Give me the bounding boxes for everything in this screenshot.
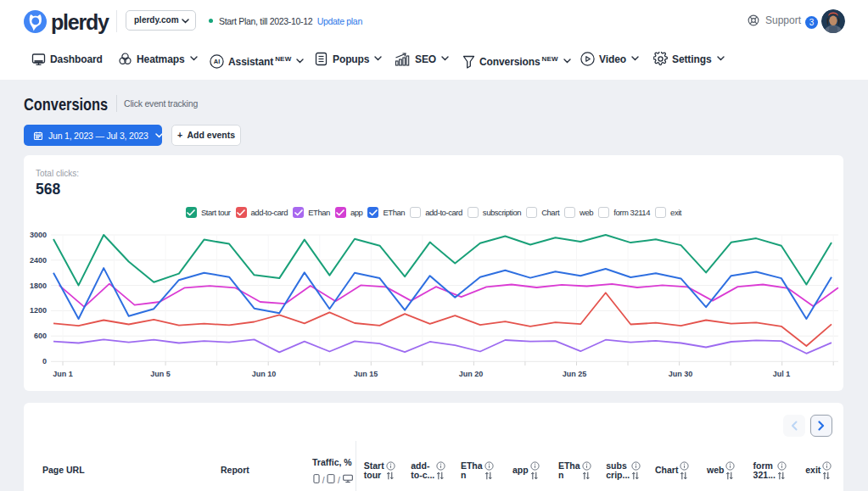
- svg-text:Jun 5: Jun 5: [150, 370, 171, 378]
- svg-text:1800: 1800: [30, 282, 47, 290]
- svg-text:Jun 25: Jun 25: [563, 370, 587, 378]
- svg-text:Jun 15: Jun 15: [354, 370, 378, 378]
- svg-text:Jun 20: Jun 20: [459, 370, 484, 378]
- svg-text:600: 600: [34, 332, 47, 340]
- svg-text:2400: 2400: [30, 256, 47, 265]
- svg-text:0: 0: [42, 357, 47, 365]
- svg-text:Jun 30: Jun 30: [669, 370, 693, 378]
- svg-text:3000: 3000: [30, 231, 47, 239]
- svg-text:1200: 1200: [30, 306, 47, 315]
- svg-text:Jun 10: Jun 10: [252, 370, 277, 378]
- svg-text:Jun 1: Jun 1: [53, 370, 73, 378]
- svg-text:Jul 1: Jul 1: [773, 370, 791, 378]
- svg-text:AI: AI: [214, 58, 220, 65]
